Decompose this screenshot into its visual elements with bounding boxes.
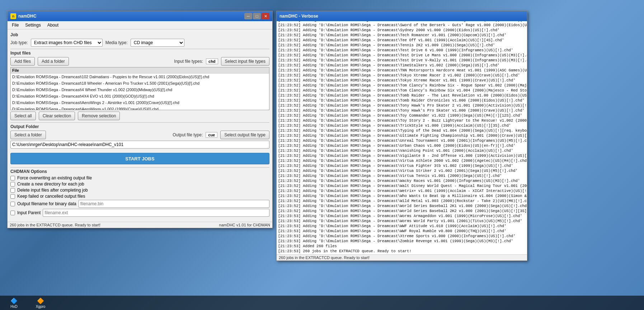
option-label-5: Input Parent xyxy=(17,210,41,215)
option-checkbox-3[interactable] xyxy=(10,194,15,199)
clear-selection-button[interactable]: Clear selection xyxy=(39,112,75,120)
divider-3 xyxy=(10,167,269,168)
verbose-log-line: [21:23:52] Adding 'D:\Emulation ROMS\Seg… xyxy=(278,103,526,108)
job-section-label: Job xyxy=(10,32,269,37)
verbose-log-line: [21:23:52] Adding 'D:\Emulation ROMS\Seg… xyxy=(278,183,526,188)
verbose-log-line: [21:23:53] Adding 'D:\Emulation ROMS\Seg… xyxy=(278,219,526,224)
status-bar: 260 jobs in the EXTRACTCD queue. Ready t… xyxy=(8,222,272,228)
parent-filename-input[interactable] xyxy=(43,209,269,217)
taskbar-item-hxd-label: HxD xyxy=(10,305,17,309)
window-content: Job Job type: Extract images from CHD fi… xyxy=(8,29,272,222)
status-bar-right: namDHC v1.01 for CHDMAN xyxy=(219,223,270,227)
verbose-log-line: [21:23:52] Adding 'D:\Emulation ROMS\Seg… xyxy=(278,203,526,208)
verbose-log[interactable]: [21:23:52] Adding 'D:\Emulation ROMS\Seg… xyxy=(277,21,527,254)
verbose-log-line: [21:23:52] Adding 'D:\Emulation ROMS\Seg… xyxy=(278,173,526,178)
output-path-input[interactable] xyxy=(10,141,269,149)
verbose-log-line: [21:23:53] Adding 'D:\Emulation ROMS\Seg… xyxy=(278,213,526,219)
option-checkbox-0[interactable] xyxy=(10,176,15,180)
option-row-1: Create a new directory for each job xyxy=(10,182,269,187)
status-bar-left: 260 jobs in the EXTRACTCD queue. Ready t… xyxy=(10,223,100,227)
divider-1 xyxy=(10,49,269,49)
verbose-log-line: [21:23:52] Adding 'D:\Emulation ROMS\Seg… xyxy=(278,53,526,58)
taskbar-item-hxd[interactable]: 🔷 HxD xyxy=(1,296,27,309)
input-files-section: Input files Add files Add a folder Input… xyxy=(10,51,269,120)
file-list[interactable]: File D:\Emulation ROMS\Sega - Dreamcast\… xyxy=(10,67,269,110)
verbose-log-line: [21:23:52] Adding 'D:\Emulation ROMS\Seg… xyxy=(278,68,526,73)
verbose-log-line: [21:23:52] Adding 'D:\Emulation ROMS\Seg… xyxy=(278,93,526,98)
output-file-type-label: Output file type: xyxy=(173,132,203,137)
verbose-log-line: [21:23:53] Adding 'D:\Emulation ROMS\Seg… xyxy=(278,229,526,234)
input-file-types-label: Input file types: xyxy=(174,59,203,64)
menu-bar: File Settings About xyxy=(8,21,272,29)
option-checkbox-5[interactable] xyxy=(10,211,15,215)
option-checkbox-4[interactable] xyxy=(10,202,15,206)
verbose-log-line: [21:23:52] Adding 'D:\Emulation ROMS\Seg… xyxy=(278,23,526,28)
start-jobs-button[interactable]: START JOBS xyxy=(10,153,269,164)
main-window: n namDHC ─ □ ✕ File Settings About Job J… xyxy=(7,11,273,228)
verbose-log-line: [21:23:52] Adding 'D:\Emulation ROMS\Seg… xyxy=(278,208,526,213)
file-list-item[interactable]: D:\Emulation ROMS\Sega - Dreamcast\18 Wh… xyxy=(11,80,269,86)
verbose-log-line: [21:23:53] Adding 'D:\Emulation ROMS\Seg… xyxy=(278,239,526,244)
media-type-dropdown[interactable]: CD image xyxy=(131,39,184,47)
maximize-button[interactable]: □ xyxy=(253,13,261,19)
menu-file[interactable]: File xyxy=(9,22,22,28)
input-file-types-value: chd xyxy=(206,58,218,64)
verbose-log-line: [21:23:52] Adding 'D:\Emulation ROMS\Seg… xyxy=(278,198,526,203)
verbose-status-text: 260 jobs in the EXTRACTCD queue. Ready t… xyxy=(279,255,370,260)
minimize-button[interactable]: ─ xyxy=(244,13,252,19)
option-label-2: Delete input files after completing job xyxy=(17,188,88,193)
close-button[interactable]: ✕ xyxy=(262,13,269,19)
verbose-log-line: [21:23:52] Adding 'D:\Emulation ROMS\Seg… xyxy=(278,88,526,93)
verbose-log-line: [21:23:52] Adding 'D:\Emulation ROMS\Seg… xyxy=(278,178,526,183)
file-list-item[interactable]: D:\Emulation ROMS\Sega - Dreamcast\102 D… xyxy=(11,74,269,80)
verbose-log-line: [21:23:52] Adding 'D:\Emulation ROMS\Seg… xyxy=(278,28,526,33)
verbose-log-line: [21:23:52] Adding 'D:\Emulation ROMS\Seg… xyxy=(278,73,526,78)
title-bar-controls: ─ □ ✕ xyxy=(244,13,269,19)
output-folder-label: Output Folder xyxy=(10,124,269,129)
verbose-log-line: [21:23:52] Adding 'D:\Emulation ROMS\Seg… xyxy=(278,193,526,198)
option-label-0: Force overwriting an existing output fil… xyxy=(17,175,92,180)
option-row-4: Output filename for binary data xyxy=(10,200,269,208)
add-files-row: Add files Add a folder Input file types:… xyxy=(10,57,269,66)
file-list-item[interactable]: D:\Emulation ROMS\Sega - Dreamcast\4 Whe… xyxy=(11,86,269,93)
file-list-header: File xyxy=(11,67,269,74)
binary-filename-input[interactable] xyxy=(79,200,269,208)
menu-about[interactable]: About xyxy=(44,22,61,28)
job-type-dropdown[interactable]: Extract images from CHD files xyxy=(31,39,103,47)
file-list-item[interactable]: D:\Emulation ROMS\Sega - Dreamcast\AeroW… xyxy=(11,99,269,106)
title-bar-left: n namDHC xyxy=(10,13,37,19)
xgpro-icon: 🔶 xyxy=(37,297,44,305)
verbose-log-line: [21:23:52] Adding 'D:\Emulation ROMS\Seg… xyxy=(278,78,526,83)
taskbar: 🔷 HxD 🔶 Xgpro xyxy=(0,296,644,310)
select-folder-button[interactable]: Select a folder xyxy=(10,131,46,139)
verbose-log-line: [21:23:52] Adding 'D:\Emulation ROMS\Seg… xyxy=(278,108,526,113)
select-all-button[interactable]: Select all xyxy=(10,112,36,120)
verbose-log-line: [21:23:52] Adding 'D:\Emulation ROMS\Seg… xyxy=(278,98,526,103)
input-files-label: Input files xyxy=(10,51,269,56)
menu-settings[interactable]: Settings xyxy=(22,22,43,28)
verbose-log-line: [21:23:52] Adding 'D:\Emulation ROMS\Seg… xyxy=(278,128,526,133)
add-folder-button[interactable]: Add a folder xyxy=(38,57,69,66)
option-row-0: Force overwriting an existing output fil… xyxy=(10,175,269,180)
verbose-log-line: [21:23:53] Adding 'D:\Emulation ROMS\Seg… xyxy=(278,224,526,229)
select-output-file-type-button[interactable]: Select output file type xyxy=(220,131,269,139)
add-files-button[interactable]: Add files xyxy=(10,57,35,66)
option-label-1: Create a new directory for each job xyxy=(17,182,84,187)
verbose-log-line: [21:23:52] Adding 'D:\Emulation ROMS\Seg… xyxy=(278,58,526,63)
select-input-file-types-button[interactable]: Select input file types xyxy=(221,57,269,66)
output-path-row xyxy=(10,141,269,149)
verbose-log-line: [21:23:52] Adding 'D:\Emulation ROMS\Seg… xyxy=(278,143,526,148)
file-list-item[interactable]: D:\Emulation ROMS\Sega - Dreamcast\4X4 E… xyxy=(11,93,269,99)
verbose-log-line: [21:23:52] Adding 'D:\Emulation ROMS\Seg… xyxy=(278,43,526,48)
option-checkbox-1[interactable] xyxy=(10,182,15,187)
option-checkbox-2[interactable] xyxy=(10,188,15,193)
verbose-log-line: [21:23:52] Adding 'D:\Emulation ROMS\Seg… xyxy=(278,38,526,43)
taskbar-item-xgpro[interactable]: 🔶 Xgpro xyxy=(28,296,53,309)
verbose-log-line: [21:23:53] Adding 'D:\Emulation ROMS\Seg… xyxy=(278,234,526,239)
verbose-log-line: [21:23:52] Adding 'D:\Emulation ROMS\Seg… xyxy=(278,113,526,118)
verbose-window: namDHC - Verbose [21:23:52] Adding 'D:\E… xyxy=(276,11,527,261)
verbose-log-line: [21:23:52] Adding 'D:\Emulation ROMS\Seg… xyxy=(278,118,526,123)
option-label-3: Keep failed or cancelled output files xyxy=(17,194,85,199)
file-list-item[interactable]: D:\Emulation ROMS\Sega - Dreamcast\AeroW… xyxy=(11,106,269,110)
remove-selection-button[interactable]: Remove selection xyxy=(78,112,120,120)
